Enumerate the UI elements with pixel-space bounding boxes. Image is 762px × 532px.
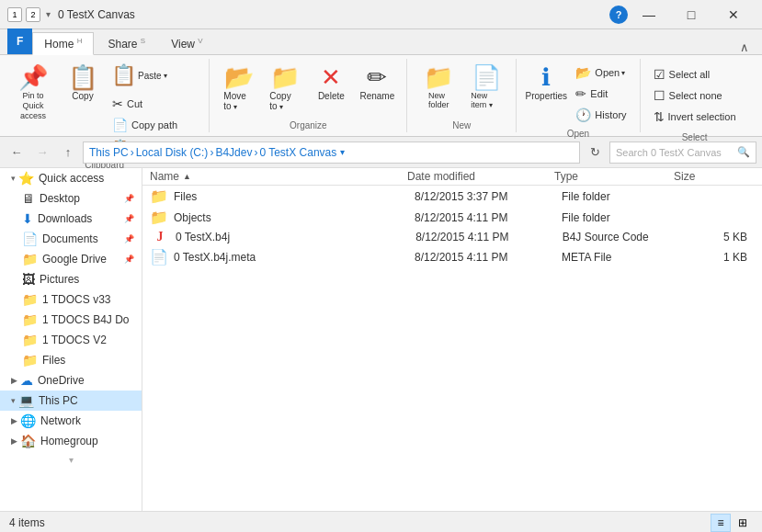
col-header-size[interactable]: Size	[674, 170, 747, 183]
minimize-button[interactable]: —	[628, 0, 670, 29]
sidebar-label-downloads: Downloads	[38, 212, 92, 225]
sidebar-item-documents[interactable]: 📄 Documents 📌	[0, 229, 142, 249]
forward-button[interactable]: →	[31, 141, 53, 164]
file-row-objects[interactable]: 📁 Objects 8/12/2015 4:11 PM File folder	[142, 207, 762, 228]
file-name-objects: Objects	[174, 211, 415, 224]
sidebar-item-homegroup[interactable]: ▶ 🏠 Homegroup	[0, 431, 142, 451]
tdocs-b4j-icon: 📁	[22, 312, 38, 327]
help-button[interactable]: ?	[609, 6, 628, 24]
up-button[interactable]: ↑	[57, 141, 79, 164]
details-view-button[interactable]: ≡	[711, 514, 731, 532]
sidebar-item-quick-access[interactable]: ▾ ⭐ Quick access	[0, 168, 142, 188]
sidebar-item-tdocs-b4j[interactable]: 📁 1 TDOCS B4J Do	[0, 310, 142, 330]
delete-button[interactable]: ✕ Delete	[309, 61, 353, 106]
file-tab-button[interactable]: F	[7, 28, 32, 54]
close-button[interactable]: ✕	[712, 0, 755, 29]
maximize-button[interactable]: □	[670, 0, 712, 29]
edit-button[interactable]: ✏ Edit	[570, 84, 631, 104]
open-label: Open	[567, 127, 589, 139]
file-name-b4j: 0 TestX.b4j	[176, 231, 415, 243]
select-all-icon: ☑	[654, 67, 665, 82]
large-icons-view-button[interactable]: ⊞	[733, 514, 753, 532]
refresh-button[interactable]: ↻	[584, 141, 606, 164]
new-item-button[interactable]: 📄 New item ▾	[464, 61, 508, 114]
file-type-b4j: B4J Source Code	[563, 231, 682, 243]
search-bar[interactable]: Search 0 TestX Canvas 🔍	[609, 141, 756, 164]
sidebar-item-files[interactable]: 📁 Files	[0, 350, 142, 370]
copy-path-icon: 📄	[112, 118, 128, 132]
tab-view[interactable]: View V	[159, 32, 214, 54]
organize-label: Organize	[290, 119, 327, 130]
copy-path-button[interactable]: 📄 Copy path	[107, 115, 201, 135]
invert-selection-button[interactable]: ⇅ Invert selection	[648, 107, 742, 127]
sidebar-item-tdocs-v2[interactable]: 📁 1 TDOCS V2	[0, 330, 142, 350]
search-icon[interactable]: 🔍	[737, 146, 750, 158]
copy-button[interactable]: 📋 Copy	[61, 61, 105, 106]
ribbon-content: 📌 Pin to Quick access 📋 Copy 📋 Paste ▾	[0, 55, 762, 136]
cut-button[interactable]: ✂ Cut	[107, 94, 201, 114]
sidebar-item-desktop[interactable]: 🖥 Desktop 📌	[0, 188, 142, 209]
ribbon-collapse-btn[interactable]: ∧	[734, 40, 755, 54]
pin-to-quick-access-button[interactable]: 📌 Pin to Quick access	[7, 61, 59, 125]
file-type-files: File folder	[562, 190, 681, 203]
file-name-meta: 0 TestX.b4j.meta	[174, 251, 415, 264]
tab-share[interactable]: Share S	[96, 32, 157, 54]
open-icon: 📂	[575, 65, 591, 80]
properties-button[interactable]: ℹ Properties	[524, 61, 568, 106]
sidebar-item-tdocs-v33[interactable]: 📁 1 TDOCS v33	[0, 289, 142, 310]
downloads-pin: 📌	[124, 214, 134, 223]
quick-access-icon-1[interactable]: 1	[7, 7, 22, 22]
sidebar-item-this-pc[interactable]: ▾ 💻 This PC	[0, 391, 142, 411]
move-to-icon: 📂	[224, 65, 254, 89]
address-sep-3: ›	[254, 146, 257, 159]
open-button[interactable]: 📂 Open ▾	[570, 62, 631, 83]
search-placeholder: Search 0 TestX Canvas	[616, 147, 737, 158]
history-icon: 🕐	[575, 108, 591, 122]
rename-button[interactable]: ✏ Rename	[355, 61, 399, 106]
address-part-1[interactable]: This PC	[89, 146, 129, 159]
tab-home[interactable]: Home H	[32, 32, 94, 55]
address-bar[interactable]: This PC › Local Disk (C:) › B4Jdev › 0 T…	[83, 141, 580, 164]
sidebar-label-pictures: Pictures	[40, 273, 79, 286]
file-type-objects: File folder	[562, 211, 681, 224]
documents-pin: 📌	[124, 234, 134, 243]
sidebar-label-tdocs-v33: 1 TDOCS v33	[42, 293, 110, 306]
sidebar-label-tdocs-v2: 1 TDOCS V2	[42, 334, 107, 346]
ribbon-group-select: ☑ Select all ☐ Select none ⇅ Invert sele…	[641, 59, 749, 132]
address-part-3[interactable]: B4Jdev	[215, 146, 252, 159]
back-button[interactable]: ←	[6, 141, 28, 164]
file-row-meta[interactable]: 📄 0 TestX.b4j.meta 8/12/2015 4:11 PM MET…	[142, 246, 762, 267]
move-to-button[interactable]: 📂 Move to ▾	[217, 61, 261, 116]
copy-to-button[interactable]: 📁 Copy to ▾	[263, 61, 307, 116]
address-chevron[interactable]: ▾	[340, 147, 345, 157]
sidebar-label-network: Network	[40, 414, 81, 427]
address-part-2[interactable]: Local Disk (C:)	[136, 146, 209, 159]
sidebar-item-google-drive[interactable]: 📁 Google Drive 📌	[0, 249, 142, 269]
sidebar-item-network[interactable]: ▶ 🌐 Network	[0, 411, 142, 431]
file-row-files[interactable]: 📁 Files 8/12/2015 3:37 PM File folder	[142, 186, 762, 207]
col-header-type[interactable]: Type	[554, 170, 674, 183]
address-part-4[interactable]: 0 TestX Canvas	[259, 146, 336, 159]
tdocs-v33-icon: 📁	[22, 292, 38, 307]
invert-selection-icon: ⇅	[654, 109, 665, 124]
history-button[interactable]: 🕐 History	[570, 105, 631, 125]
properties-icon: ℹ	[541, 65, 551, 89]
paste-button[interactable]: 📋 Paste ▾	[107, 61, 201, 90]
downloads-icon: ⬇	[22, 211, 33, 226]
sidebar-item-onedrive[interactable]: ▶ ☁ OneDrive	[0, 370, 142, 391]
file-row-b4j[interactable]: J 0 TestX.b4j 8/12/2015 4:11 PM B4J Sour…	[142, 228, 762, 246]
google-drive-pin: 📌	[124, 255, 134, 264]
sidebar-item-downloads[interactable]: ⬇ Downloads 📌	[0, 209, 142, 229]
quick-access-icon-2[interactable]: 2	[26, 7, 40, 22]
new-folder-button[interactable]: 📁 Newfolder	[415, 61, 462, 114]
sidebar-item-pictures[interactable]: 🖼 Pictures	[0, 269, 142, 289]
select-none-button[interactable]: ☐ Select none	[648, 85, 742, 106]
select-all-button[interactable]: ☑ Select all	[648, 64, 742, 85]
col-header-date[interactable]: Date modified	[407, 170, 554, 183]
col-header-name[interactable]: Name ▲	[150, 170, 407, 183]
scroll-down-indicator: ▾	[0, 451, 142, 469]
address-sep-1: ›	[131, 146, 134, 159]
google-drive-icon: 📁	[22, 252, 38, 266]
pin-icon: 📌	[18, 65, 48, 89]
details-view-icon: ≡	[717, 516, 723, 529]
